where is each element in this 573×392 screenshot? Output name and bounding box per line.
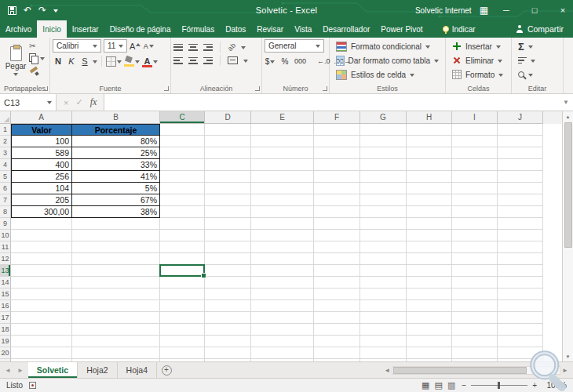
- cell-E6[interactable]: [251, 183, 314, 194]
- number-format-dropdown[interactable]: General: [265, 39, 324, 53]
- cell-J10[interactable]: [498, 230, 543, 241]
- cell-I11[interactable]: [452, 241, 498, 253]
- customize-qat-icon[interactable]: [53, 9, 58, 15]
- cell-E3[interactable]: [251, 147, 314, 159]
- cell-D5[interactable]: [205, 171, 251, 183]
- account-label[interactable]: Solvetic Internet: [415, 6, 472, 15]
- cell-D12[interactable]: [205, 253, 251, 265]
- cell-D20[interactable]: [205, 347, 251, 359]
- tab-revisar[interactable]: Revisar: [251, 20, 289, 38]
- cell-F18[interactable]: [314, 324, 360, 336]
- row-header-18[interactable]: 18: [0, 324, 11, 336]
- macro-record-icon[interactable]: [29, 382, 36, 389]
- row-header-4[interactable]: 4: [0, 159, 11, 171]
- cell-H17[interactable]: [407, 312, 452, 324]
- cell-E17[interactable]: [251, 312, 314, 324]
- cell-F17[interactable]: [314, 312, 360, 324]
- cell-A11[interactable]: [11, 241, 72, 253]
- cell-B1[interactable]: Porcentaje: [72, 124, 160, 136]
- row-header-20[interactable]: 20: [0, 347, 11, 359]
- insert-function-icon[interactable]: fx: [90, 96, 97, 108]
- tab-datos[interactable]: Datos: [220, 20, 251, 38]
- cell-H7[interactable]: [407, 194, 452, 206]
- cell-C18[interactable]: [160, 324, 205, 336]
- format-as-table-button[interactable]: Dar formato como tabla: [332, 53, 443, 67]
- cell-I14[interactable]: [452, 277, 498, 289]
- font-size-dropdown[interactable]: 11: [104, 39, 127, 53]
- cell-D1[interactable]: [205, 124, 251, 136]
- confirm-entry-icon[interactable]: ✓: [75, 97, 82, 107]
- column-header-B[interactable]: B: [72, 111, 160, 124]
- fill-color-button[interactable]: [124, 55, 140, 67]
- cell-J12[interactable]: [498, 253, 543, 265]
- cell-C10[interactable]: [160, 230, 205, 241]
- align-right-button[interactable]: [203, 57, 213, 64]
- share-button[interactable]: Compartir: [506, 20, 573, 38]
- cell-C19[interactable]: [160, 336, 205, 347]
- cell-D2[interactable]: [205, 136, 251, 147]
- cell-E7[interactable]: [251, 194, 314, 206]
- cancel-entry-icon[interactable]: ×: [64, 98, 68, 107]
- cell-J16[interactable]: [498, 300, 543, 312]
- insert-cells-button[interactable]: Insertar: [448, 39, 509, 53]
- cell-D16[interactable]: [205, 300, 251, 312]
- cell-C15[interactable]: [160, 289, 205, 300]
- cell-G18[interactable]: [360, 324, 407, 336]
- cell-D8[interactable]: [205, 206, 251, 218]
- paste-button[interactable]: Pegar: [2, 39, 29, 83]
- column-header-F[interactable]: F: [314, 111, 360, 124]
- cell-D14[interactable]: [205, 277, 251, 289]
- cell-G5[interactable]: [360, 171, 407, 183]
- cell-A9[interactable]: [11, 218, 72, 230]
- merge-center-button[interactable]: [228, 56, 238, 64]
- cell-F3[interactable]: [314, 147, 360, 159]
- column-header-C[interactable]: C: [160, 111, 205, 124]
- cell-G2[interactable]: [360, 136, 407, 147]
- increase-font-button[interactable]: A: [130, 40, 141, 53]
- cell-I2[interactable]: [452, 136, 498, 147]
- cell-E11[interactable]: [251, 241, 314, 253]
- column-header-H[interactable]: H: [407, 111, 452, 124]
- cell-J19[interactable]: [498, 336, 543, 347]
- cell-I5[interactable]: [452, 171, 498, 183]
- cell-D7[interactable]: [205, 194, 251, 206]
- scroll-left-icon[interactable]: ◄: [384, 367, 390, 374]
- cell-J4[interactable]: [498, 159, 543, 171]
- cell-G14[interactable]: [360, 277, 407, 289]
- vertical-scroll-thumb[interactable]: [564, 122, 572, 248]
- cell-I15[interactable]: [452, 289, 498, 300]
- cell-J3[interactable]: [498, 147, 543, 159]
- cell-E13[interactable]: [251, 265, 314, 277]
- cell-A14[interactable]: [11, 277, 72, 289]
- cell-J20[interactable]: [498, 347, 543, 359]
- cell-I13[interactable]: [452, 265, 498, 277]
- cell-A19[interactable]: [11, 336, 72, 347]
- cell-A5[interactable]: 256: [11, 171, 72, 183]
- cell-A7[interactable]: 205: [11, 194, 72, 206]
- row-header-5[interactable]: 5: [0, 171, 11, 183]
- cell-H14[interactable]: [407, 277, 452, 289]
- align-left-button[interactable]: [173, 57, 183, 64]
- cell-F9[interactable]: [314, 218, 360, 230]
- cell-C13[interactable]: [160, 265, 205, 277]
- cell-D9[interactable]: [205, 218, 251, 230]
- comma-format-button[interactable]: 000: [294, 57, 306, 65]
- maximize-button[interactable]: □: [524, 0, 545, 20]
- cell-C4[interactable]: [160, 159, 205, 171]
- cell-J17[interactable]: [498, 312, 543, 324]
- cell-I17[interactable]: [452, 312, 498, 324]
- cell-F14[interactable]: [314, 277, 360, 289]
- cell-B10[interactable]: [72, 230, 160, 241]
- cell-J2[interactable]: [498, 136, 543, 147]
- cell-G8[interactable]: [360, 206, 407, 218]
- cell-E20[interactable]: [251, 347, 314, 359]
- cell-G4[interactable]: [360, 159, 407, 171]
- cell-G15[interactable]: [360, 289, 407, 300]
- sort-filter-button[interactable]: [514, 53, 560, 67]
- cell-G17[interactable]: [360, 312, 407, 324]
- cell-B9[interactable]: [72, 218, 160, 230]
- cell-H16[interactable]: [407, 300, 452, 312]
- cell-A6[interactable]: 104: [11, 183, 72, 194]
- cell-B11[interactable]: [72, 241, 160, 253]
- cell-H13[interactable]: [407, 265, 452, 277]
